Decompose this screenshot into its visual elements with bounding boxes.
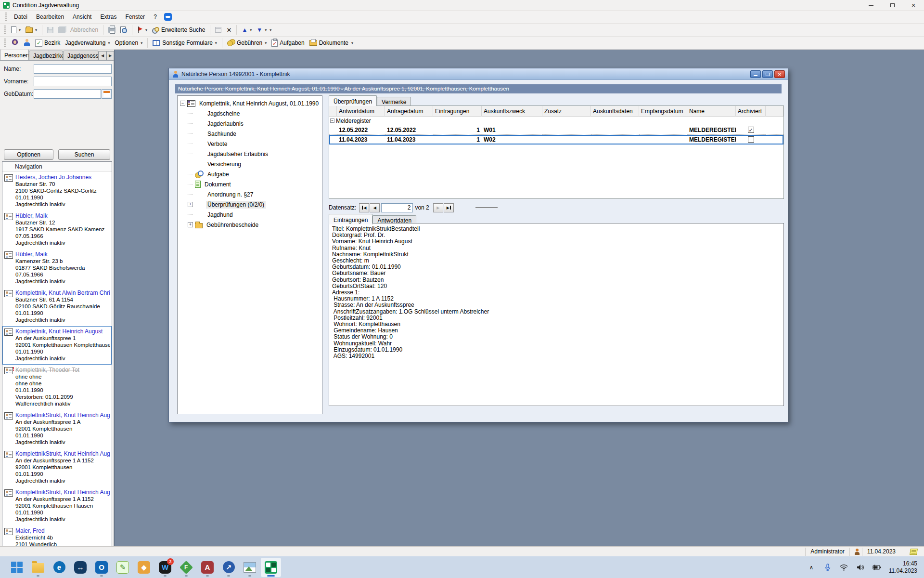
aufgaben-button[interactable]: ✓Aufgaben (269, 39, 307, 48)
column-header-name[interactable]: Name (687, 106, 736, 117)
column-header-antwortdatum[interactable]: Antwortdatum (337, 106, 385, 117)
tree-item[interactable]: Dokument (178, 179, 322, 189)
filter-button[interactable]: ▾ (135, 26, 150, 34)
volume-icon[interactable] (856, 563, 865, 572)
menu-item-?[interactable]: ? (149, 12, 161, 22)
gebdatum-input[interactable] (34, 89, 101, 99)
erweiterte-suche-button[interactable]: Erweiterte Suche (150, 26, 207, 34)
minimize-button[interactable] (860, 0, 882, 11)
last-record-button[interactable]: ▶ (444, 203, 454, 212)
column-header-eintragungen[interactable]: Eintragungen (433, 106, 482, 117)
dialog-close-button[interactable]: ✕ (774, 70, 785, 78)
battery-icon[interactable] (873, 563, 881, 572)
menu-item-fenster[interactable]: Fenster (121, 12, 149, 22)
table-row[interactable]: 11.04.202311.04.20231W02MELDEREGISTER (329, 135, 783, 144)
column-header-archiviert[interactable]: Archiviert (736, 106, 766, 117)
sonstige-formulare-button[interactable]: Sonstige Formulare▾ (150, 39, 219, 47)
tab-scroll-right-button[interactable]: ▶ (106, 51, 114, 60)
dialog-minimize-button[interactable] (750, 70, 761, 78)
move-up-button[interactable]: ▲▾ (239, 26, 254, 34)
gebuehren-button[interactable]: Gebühren▾ (225, 39, 269, 47)
taskbar-icon-edge[interactable]: e (49, 558, 69, 577)
table-group-row[interactable]: − Melderegister (329, 117, 783, 125)
taskbar-icon-outlook[interactable]: O (91, 558, 112, 577)
column-header-zusatz[interactable]: Zusatz (542, 106, 591, 117)
tree-item[interactable]: Verbote (178, 139, 322, 149)
bezirk-button[interactable]: ✓Bezirk (33, 39, 63, 48)
list-item[interactable]: !Komplettnik, Theodor Totohne ohneohne o… (2, 365, 112, 410)
person-button[interactable] (21, 38, 33, 48)
tab-vermerke[interactable]: Vermerke (377, 97, 411, 106)
dialog-maximize-button[interactable] (762, 70, 773, 78)
column-header-auskunftszweck[interactable]: Auskunftszweck (482, 106, 542, 117)
toolbar-overflow-icon[interactable]: ▾ (351, 41, 353, 45)
taskbar-icon-file-explorer[interactable] (28, 558, 48, 577)
wifi-icon[interactable] (840, 563, 848, 572)
taskbar-icon-access[interactable]: A (197, 558, 218, 577)
optionen-menu[interactable]: Optionen▾ (112, 39, 145, 47)
first-record-button[interactable]: ◀ (359, 203, 369, 212)
list-item[interactable]: Hesters, Jochen Jo JohannesBautzner Str.… (2, 172, 112, 210)
taskbar-icon-text-editor[interactable]: ✎ (113, 558, 133, 577)
plus-expander-icon[interactable]: + (188, 202, 193, 207)
print-button[interactable] (106, 26, 118, 34)
dialog-titlebar[interactable]: Natürliche Person 14992001 - Komplettnik… (169, 68, 788, 80)
calendar-button[interactable] (102, 89, 112, 99)
taskbar-icon-f-app[interactable]: F (176, 558, 196, 577)
taskbar-icon-condition[interactable] (261, 558, 281, 577)
list-item[interactable]: KomplettnikStrukt, Knut Heinrich AugustA… (2, 448, 112, 487)
menu-item-extras[interactable]: Extras (96, 12, 121, 22)
archiviert-checkbox[interactable]: ✓ (748, 127, 754, 133)
taskbar-clock[interactable]: 16:45 11.04.2023 (889, 560, 917, 575)
jagdverwaltung-menu[interactable]: Jagdverwaltung▾ (63, 39, 112, 47)
tree-item[interactable]: Aufgabe (178, 169, 322, 179)
move-down-button[interactable]: ▼▾ (254, 26, 269, 34)
tree-item[interactable]: Jagderlaubnis (178, 118, 322, 129)
menu-item-ansicht[interactable]: Ansicht (68, 12, 96, 22)
taskbar-icon-blue-app[interactable]: ↗ (218, 558, 239, 577)
personen-suche-button[interactable] (9, 38, 21, 48)
tab-eintragungen[interactable]: Eintragungen (329, 214, 372, 224)
teamviewer-menu-icon[interactable] (164, 13, 172, 21)
tab-ueberpruefungen[interactable]: Überprüfungen (329, 95, 377, 106)
taskbar-icon-forms-app[interactable]: ◆ (134, 558, 154, 577)
record-number-box[interactable]: 2 (381, 203, 413, 212)
archiviert-checkbox[interactable] (748, 136, 754, 143)
optionen-button[interactable]: Optionen (4, 149, 53, 160)
list-item[interactable]: KomplettnikStrukt, Knut Heinrich AugustA… (2, 487, 112, 525)
tree-item[interactable]: +Gebührenbescheide (178, 220, 322, 230)
new-button[interactable]: ▾ (9, 26, 23, 34)
minus-expander-icon[interactable]: − (180, 101, 185, 106)
taskbar-icon-start[interactable] (7, 558, 27, 577)
tree-item[interactable]: Anordnung n. §27 (178, 189, 322, 199)
toolbar-overflow-icon[interactable]: ▾ (270, 28, 271, 32)
taskbar-icon-webex[interactable]: W3 (155, 558, 175, 577)
tab-jagdbezirke[interactable]: Jagdbezirke (29, 51, 63, 60)
tab-jagdgenossen[interactable]: Jagdgenossen (63, 51, 99, 60)
tree-item[interactable]: Jagdscheine (178, 108, 322, 118)
table-row[interactable]: 12.05.202212.05.20221W01MELDEREGISTER✓ (329, 125, 783, 135)
tab-scroll-left-button[interactable]: ◀ (99, 51, 106, 60)
list-item[interactable]: Komplettnik, Knut Alwin Bertram ChristBa… (2, 288, 112, 326)
maximize-button[interactable] (882, 0, 903, 11)
taskbar-icon-teamviewer[interactable]: ↔ (70, 558, 90, 577)
tree-item[interactable]: Sachkunde (178, 129, 322, 139)
column-header-auskunftsdaten[interactable]: Auskunftsdaten (591, 106, 639, 117)
microphone-icon[interactable] (823, 563, 832, 572)
taskbar-icon-image-app[interactable] (240, 558, 260, 577)
tab-personen[interactable]: Personen (0, 50, 29, 60)
list-item[interactable]: KomplettnikStrukt, Knut Heinrich AugustA… (2, 410, 112, 448)
list-item[interactable]: Hübler, MaikBautzner Str. 121917 SAKD Ka… (2, 210, 112, 249)
list-item[interactable]: Hübler, MaikKamenzer Str. 23 b01877 SAKD… (2, 249, 112, 288)
tree-item[interactable]: +Überprüfungen (0/2/0) (178, 199, 322, 210)
column-header-anfragedatum[interactable]: Anfragedatum (385, 106, 433, 117)
open-button[interactable]: ▾ (23, 26, 39, 34)
print-preview-button[interactable] (118, 26, 129, 34)
list-item[interactable]: Komplettnik, Knut Heinrich AugustAn der … (2, 326, 112, 365)
collapse-icon[interactable]: − (330, 118, 334, 123)
close-button[interactable]: ✕ (903, 0, 924, 11)
tree-item[interactable]: Jagdaufseher Erlaubnis (178, 149, 322, 159)
previous-record-button[interactable]: ◀ (370, 203, 380, 212)
tree-item[interactable]: −Komplettnik, Knut Heinrich August, 01.0… (178, 98, 322, 108)
vorname-input[interactable] (34, 77, 112, 86)
